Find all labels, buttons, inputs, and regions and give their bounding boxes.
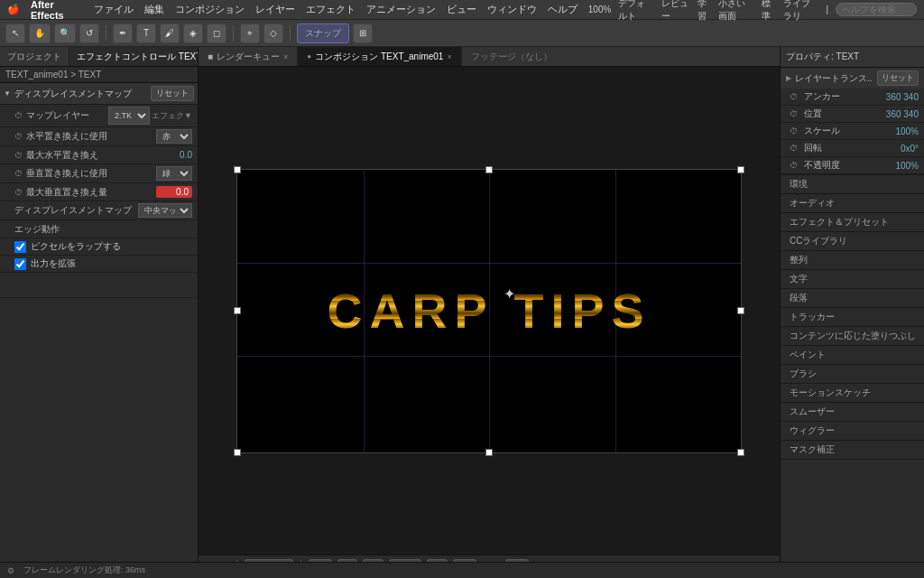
stopwatch-anchor-icon: ⏱	[790, 92, 800, 101]
right-panel-title: プロパティ: TEXT	[786, 51, 859, 63]
max-vert-value[interactable]: 0.0	[156, 186, 192, 198]
toolbar-stamp-btn[interactable]: ◈	[183, 23, 203, 43]
max-horiz-value: 0.0	[156, 150, 192, 160]
expand-output-row[interactable]: 出力を拡張	[0, 256, 198, 273]
menu-item-composition[interactable]: コンポジション	[175, 3, 245, 16]
menu-item-animation[interactable]: アニメーション	[366, 3, 436, 16]
displacement-map-label: ディスプレイスメントマップ	[14, 88, 132, 100]
mask-correction-section[interactable]: マスク補正	[781, 441, 924, 460]
handle-bottom-right[interactable]	[737, 449, 744, 456]
max-horiz-row: ⏱ 最大水平置き換え 0.0	[0, 146, 198, 164]
environment-section[interactable]: 環境	[781, 175, 924, 194]
stopwatch-icon2: ⏱	[14, 132, 23, 141]
menu-item-edit[interactable]: 編集	[144, 3, 164, 16]
displacement-map-header[interactable]: ▼ ディスプレイスメントマップ リセット	[0, 83, 198, 105]
menu-item-help[interactable]: ヘルプ	[548, 3, 578, 16]
toolbar-sep1	[106, 25, 106, 42]
snap-btn[interactable]: スナップ	[297, 23, 349, 43]
layer-transform-header[interactable]: ▶ レイヤートランス.. リセット	[781, 68, 924, 89]
toolbar-pen-btn[interactable]: ✒	[113, 23, 133, 43]
opacity-label: 不透明度	[804, 159, 892, 172]
render-queue-icon: ■	[208, 51, 213, 61]
workspace-small[interactable]: 小さい画面	[718, 0, 754, 23]
toolbar-arrow-btn[interactable]: ↖	[5, 23, 25, 43]
character-section[interactable]: 文字	[781, 270, 924, 289]
wrap-pixels-row[interactable]: ピクセルをラップする	[0, 238, 198, 256]
horiz-use-select[interactable]: 赤	[156, 129, 192, 144]
tab-comp-main[interactable]: ● コンポジション TEXT_anime01 ×	[298, 47, 461, 66]
render-queue-close[interactable]: ×	[283, 52, 288, 61]
workspace-standard[interactable]: 標準	[762, 0, 776, 23]
menu-item-layer[interactable]: レイヤー	[255, 3, 295, 16]
max-vert-row: ⏱ 最大垂直置き換え量 0.0	[0, 183, 198, 201]
empty-row	[0, 280, 198, 298]
scale-row: ⏱ スケール 100%	[781, 123, 924, 140]
motion-sketch-section[interactable]: モーションスケッチ	[781, 384, 924, 403]
horiz-use-row: ⏱ 水平置き換えに使用 赤	[0, 127, 198, 146]
handle-top-right[interactable]	[737, 166, 744, 173]
toolbar-puppet-btn[interactable]: ⌖	[240, 23, 260, 43]
toolbar-align-btn[interactable]: ⊞	[353, 23, 373, 43]
toolbar-eraser-btn[interactable]: ◻	[207, 23, 226, 43]
app-name: After Effects	[31, 0, 83, 21]
wrap-pixels-checkbox[interactable]	[14, 241, 26, 253]
toolbar-text-btn[interactable]: T	[136, 23, 156, 43]
stopwatch-icon4: ⏱	[14, 169, 23, 178]
transform-reset-btn[interactable]: リセット	[877, 70, 919, 86]
tracker-section[interactable]: トラッカー	[781, 308, 924, 327]
paint-section[interactable]: ペイント	[781, 346, 924, 365]
toolbar-shape-btn[interactable]: ◇	[263, 23, 283, 43]
audio-section[interactable]: オーディオ	[781, 194, 924, 213]
handle-bottom-left[interactable]	[234, 449, 241, 456]
toolbar-brush-btn[interactable]: 🖌	[160, 23, 180, 43]
comp-tabs: ■ レンダーキュー × ● コンポジション TEXT_anime01 × フッテ…	[199, 47, 780, 67]
stopwatch-scale-icon: ⏱	[790, 126, 800, 135]
wiggler-section[interactable]: ウィグラー	[781, 422, 924, 441]
workspace-default[interactable]: デフォルト	[618, 0, 654, 23]
menu-bar-right: 100% デフォルト レビュー 学習 小さい画面 標準 ライブラリ |	[588, 0, 917, 23]
layer-transform-label: レイヤートランス..	[795, 72, 873, 85]
map-layer-row: ⏱ マップレイヤー 2.TK エフェク▼	[0, 105, 198, 127]
menu-item-window[interactable]: ウィンドウ	[487, 3, 537, 16]
tab-effects-control[interactable]: エフェクトコントロール TEXT	[69, 47, 199, 66]
anchor-row: ⏱ アンカー 360 340	[781, 89, 924, 106]
paragraph-section[interactable]: 段落	[781, 289, 924, 308]
effects-presets-section[interactable]: エフェクト＆プリセット	[781, 213, 924, 232]
vert-use-select[interactable]: 緑	[156, 166, 192, 181]
map-layer-select[interactable]: 2.TK	[108, 107, 150, 125]
workspace-learn[interactable]: 学習	[698, 0, 712, 23]
displacement-reset-btn[interactable]: リセット	[151, 86, 194, 101]
toolbar-hand-btn[interactable]: ✋	[29, 23, 51, 43]
scale-label: スケール	[804, 125, 892, 137]
handle-bottom-center[interactable]	[485, 449, 493, 456]
tab-render[interactable]: ■ レンダーキュー ×	[199, 47, 298, 66]
menu-item-effect[interactable]: エフェクト	[306, 3, 356, 16]
rotation-row: ⏱ 回転 0x0°	[781, 140, 924, 157]
edge-behavior-label: エッジ動作	[14, 223, 192, 236]
disp-map-type-select[interactable]: 中央マップ	[138, 203, 192, 218]
handle-top-left[interactable]	[234, 166, 241, 173]
disp-map-type-label: ディスプレイスメントマップ	[14, 204, 138, 217]
cc-library-section[interactable]: CCライブラリ	[781, 232, 924, 251]
stopwatch-icon3: ⏱	[14, 151, 23, 160]
align-section[interactable]: 整列	[781, 251, 924, 270]
menu-item-file[interactable]: ファイル	[94, 3, 134, 16]
workspace-review[interactable]: レビュー	[661, 0, 690, 23]
handle-mid-left[interactable]	[234, 307, 241, 314]
toolbar-rotate-btn[interactable]: ↺	[79, 23, 99, 43]
smoother-section[interactable]: スムーザー	[781, 403, 924, 422]
menu-item-view[interactable]: ビュー	[447, 3, 476, 16]
workspace-library[interactable]: ライブラリ	[783, 0, 819, 23]
grid-line-h2	[237, 356, 741, 357]
comp-tab-close[interactable]: ×	[447, 52, 451, 61]
render-queue-label: レンダーキュー	[217, 51, 280, 63]
expand-output-checkbox[interactable]	[14, 258, 26, 270]
handle-mid-right[interactable]	[737, 307, 744, 314]
content-aware-fill-section[interactable]: コンテンツに応じた塗りつぶし	[781, 327, 924, 346]
toolbar-sep3	[290, 25, 291, 42]
tab-project[interactable]: プロジェクト	[0, 47, 69, 66]
handle-top-center[interactable]	[485, 166, 493, 173]
help-search-input[interactable]	[836, 3, 917, 16]
toolbar-zoom-btn[interactable]: 🔍	[54, 23, 76, 43]
brushes-section[interactable]: ブラシ	[781, 365, 924, 384]
